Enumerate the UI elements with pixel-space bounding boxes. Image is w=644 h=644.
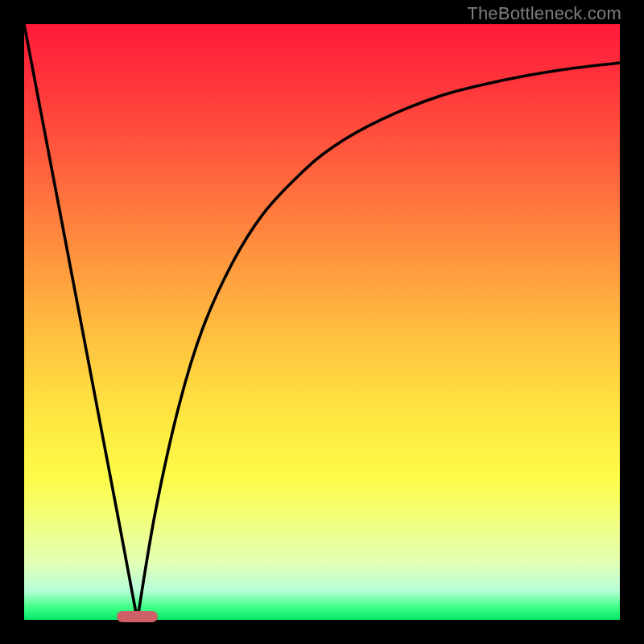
bottleneck-curve [24, 24, 620, 620]
plot-area [24, 24, 620, 620]
chart-frame: TheBottleneck.com [0, 0, 644, 644]
optimal-range-marker [117, 611, 159, 622]
watermark-text: TheBottleneck.com [467, 3, 621, 24]
